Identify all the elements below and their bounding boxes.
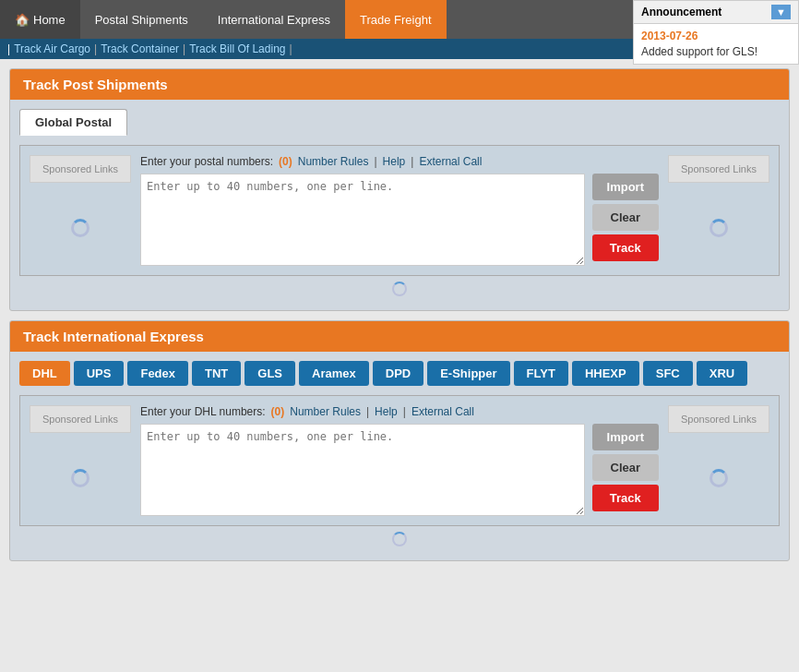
nav-home-label: Home <box>33 13 66 27</box>
international-count: (0) <box>271 405 285 418</box>
carrier-tab-sfc[interactable]: SFC <box>643 361 693 386</box>
postal-sponsor-left: Sponsored Links <box>30 155 131 183</box>
nav-international-label: International Express <box>218 13 330 27</box>
postal-left-col: Sponsored Links <box>30 155 131 266</box>
postal-track-center: Enter your postal numbers: (0) Number Ru… <box>140 155 659 266</box>
carrier-tab-dhl[interactable]: DHL <box>19 361 70 386</box>
carrier-tab-flyt[interactable]: FLYT <box>514 361 568 386</box>
international-section-body: DHLUPSFedexTNTGLSAramexDPDE-ShipperFLYTH… <box>10 352 789 560</box>
nav-trade-label: Trade Freight <box>360 13 432 27</box>
breadcrumb-track-bill-of-lading[interactable]: Track Bill Of Lading <box>189 42 285 55</box>
carrier-tab-fedex[interactable]: Fedex <box>127 361 188 386</box>
international-section-header: Track International Express <box>10 321 789 352</box>
postal-textarea-wrapper: Import Clear Track <box>140 174 659 266</box>
postal-section-body: Global Postal Sponsored Links E <box>10 100 789 310</box>
international-track-button[interactable]: Track <box>592 485 659 511</box>
international-btn-group: Import Clear Track <box>592 424 659 516</box>
international-right-col: Sponsored Links <box>668 405 769 516</box>
postal-external-call[interactable]: External Call <box>419 155 482 168</box>
page-wrapper: 🏠 Home Postal Shipments International Ex… <box>0 0 799 672</box>
announcement-panel: Announcement ▼ 2013-07-26 Added support … <box>633 0 799 65</box>
international-external-call[interactable]: External Call <box>411 405 474 418</box>
postal-right-col: Sponsored Links <box>668 155 769 266</box>
postal-number-rules[interactable]: Number Rules <box>298 155 369 168</box>
carrier-tab-xru[interactable]: XRU <box>697 361 747 386</box>
postal-section-title: Track Post Shipments <box>23 77 168 92</box>
international-section-title: Track International Express <box>23 329 204 344</box>
postal-textarea[interactable] <box>140 174 585 266</box>
international-spinner-left <box>71 440 89 516</box>
international-help[interactable]: Help <box>375 405 398 418</box>
announcement-body: 2013-07-26 Added support for GLS! <box>634 24 798 64</box>
nav-trade-freight[interactable]: Trade Freight <box>345 0 447 39</box>
postal-track-area: Sponsored Links Enter your postal number… <box>19 145 780 276</box>
carrier-tab-dpd[interactable]: DPD <box>373 361 423 386</box>
postal-spinner-left <box>71 190 89 266</box>
international-track-area: Sponsored Links Enter your DHL numbers: … <box>19 395 780 526</box>
nav-home[interactable]: 🏠 Home <box>0 0 80 39</box>
postal-spinner-right <box>710 190 728 266</box>
postal-section-header: Track Post Shipments <box>10 69 789 100</box>
carrier-tab-bar: DHLUPSFedexTNTGLSAramexDPDE-ShipperFLYTH… <box>19 361 780 386</box>
breadcrumb-track-air-cargo[interactable]: Track Air Cargo <box>14 42 90 55</box>
postal-bottom-spinner <box>19 276 780 301</box>
international-left-col: Sponsored Links <box>30 405 131 516</box>
postal-help[interactable]: Help <box>383 155 406 168</box>
international-track-center: Enter your DHL numbers: (0) Number Rules… <box>140 405 659 516</box>
announcement-text: Added support for GLS! <box>641 45 791 58</box>
nav-postal-shipments[interactable]: Postal Shipments <box>80 0 203 39</box>
breadcrumb-sep-start: | <box>7 42 10 55</box>
carrier-tab-aramex[interactable]: Aramex <box>299 361 369 386</box>
postal-tab-bar: Global Postal <box>19 109 780 136</box>
international-textarea-wrapper: Import Clear Track <box>140 424 659 516</box>
announcement-date: 2013-07-26 <box>641 30 791 42</box>
carrier-tab-tnt[interactable]: TNT <box>192 361 241 386</box>
breadcrumb-track-container[interactable]: Track Container <box>101 42 179 55</box>
international-info-label: Enter your DHL numbers: <box>140 405 266 418</box>
postal-track-button[interactable]: Track <box>592 234 659 261</box>
announcement-toggle[interactable]: ▼ <box>771 5 791 19</box>
postal-info-label: Enter your postal numbers: <box>140 155 273 168</box>
international-sponsor-right: Sponsored Links <box>668 405 769 433</box>
international-sponsor-left: Sponsored Links <box>30 405 131 433</box>
international-spinner-right <box>710 440 728 516</box>
announcement-title: Announcement <box>641 6 721 18</box>
postal-sponsor-right: Sponsored Links <box>668 155 769 183</box>
carrier-tab-gls[interactable]: GLS <box>244 361 295 386</box>
international-textarea[interactable] <box>140 424 585 516</box>
postal-btn-group: Import Clear Track <box>592 174 659 266</box>
nav-international-express[interactable]: International Express <box>203 0 345 39</box>
postal-clear-button[interactable]: Clear <box>592 204 659 231</box>
announcement-header: Announcement ▼ <box>634 1 798 24</box>
carrier-tab-e-shipper[interactable]: E-Shipper <box>427 361 509 386</box>
postal-import-button[interactable]: Import <box>592 174 659 200</box>
home-icon: 🏠 <box>15 13 30 27</box>
nav-postal-label: Postal Shipments <box>95 13 188 27</box>
postal-count: (0) <box>279 155 292 168</box>
international-number-rules[interactable]: Number Rules <box>290 405 361 418</box>
international-section: Track International Express DHLUPSFedexT… <box>9 320 790 561</box>
postal-section: Track Post Shipments Global Postal Spons… <box>9 68 790 311</box>
carrier-tab-ups[interactable]: UPS <box>74 361 125 386</box>
international-bottom-spinner <box>19 526 780 551</box>
carrier-tab-hhexp[interactable]: HHEXP <box>572 361 639 386</box>
international-clear-button[interactable]: Clear <box>592 454 659 481</box>
international-import-button[interactable]: Import <box>592 424 659 450</box>
international-info-row: Enter your DHL numbers: (0) Number Rules… <box>140 405 659 418</box>
tab-global-postal-label: Global Postal <box>35 115 112 129</box>
tab-global-postal[interactable]: Global Postal <box>19 109 127 136</box>
postal-info-row: Enter your postal numbers: (0) Number Ru… <box>140 155 659 168</box>
